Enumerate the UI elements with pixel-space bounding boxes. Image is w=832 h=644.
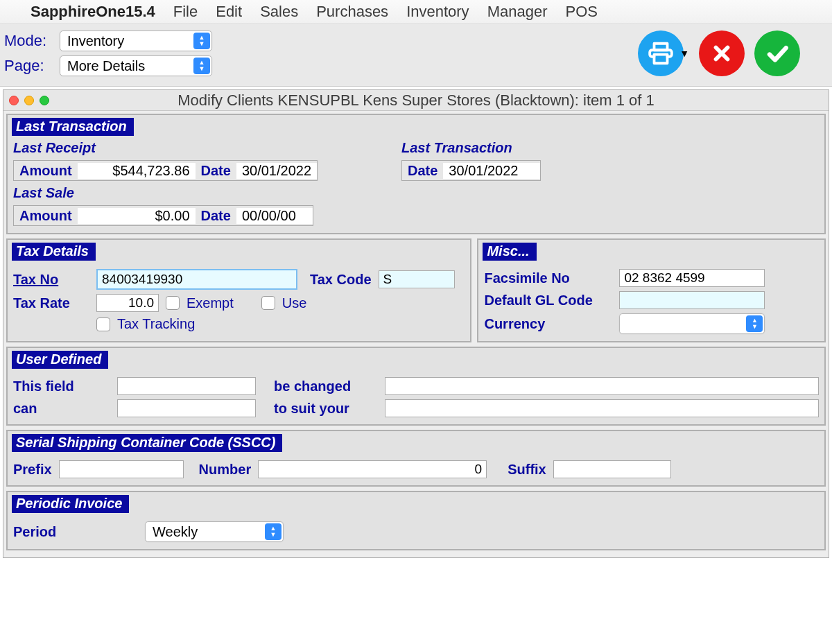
last-transaction-date-label: Date [402,163,443,179]
user-defined-panel: User Defined This field be changed can t… [6,347,826,426]
select-stepper-icon [265,523,281,540]
page-select-value: More Details [67,58,145,74]
sscc-prefix-input[interactable] [59,460,184,478]
use-checkbox[interactable] [261,296,275,310]
period-select[interactable]: Weekly [145,521,284,542]
tax-tracking-checkbox[interactable] [96,317,110,331]
window-titlebar[interactable]: Modify Clients KENSUPBL Kens Super Store… [3,90,829,111]
period-label: Period [13,524,138,540]
periodic-invoice-panel: Periodic Invoice Period Weekly [6,491,826,550]
periodic-invoice-header: Periodic Invoice [12,495,129,513]
sscc-panel: Serial Shipping Container Code (SSCC) Pr… [6,430,826,487]
app-toolbar: Mode: Inventory Page: More Details ▼ [0,24,832,87]
menu-sales[interactable]: Sales [260,3,298,21]
fax-input[interactable] [619,269,765,287]
mode-select-value: Inventory [67,33,124,49]
window-close-icon[interactable] [9,96,19,105]
close-icon [710,42,734,65]
receipt-amount-value: $544,723.86 [78,163,196,179]
sscc-header: Serial Shipping Container Code (SSCC) [12,434,282,452]
mode-label: Mode: [4,32,53,50]
print-button[interactable] [638,31,684,76]
tax-tracking-label: Tax Tracking [117,316,195,332]
menu-inventory[interactable]: Inventory [406,3,469,21]
menu-manager[interactable]: Manager [487,3,548,21]
last-transaction-header: Last Transaction [12,118,134,136]
last-receipt-amount-box: Amount $544,723.86 Date 30/01/2022 [13,160,318,181]
window-minimize-icon[interactable] [24,96,34,105]
last-transaction-date-box: Date 30/01/2022 [401,160,541,181]
gl-label: Default GL Code [484,293,612,308]
last-receipt-label: Last Receipt [13,140,374,156]
misc-panel: Misc... Facsimile No Default GL Code Cur… [477,238,826,342]
check-icon [764,40,790,67]
tax-code-input[interactable] [379,270,455,288]
ud-field2-label: be changed [274,378,378,394]
sale-amount-label: Amount [14,208,78,224]
last-transaction-panel: Last Transaction Last Receipt Amount $54… [6,114,826,234]
user-defined-header: User Defined [12,351,108,369]
sscc-number-label: Number [199,462,252,478]
ud-field3-input[interactable] [117,399,256,417]
menu-pos[interactable]: POS [565,3,597,21]
tax-rate-label: Tax Rate [13,295,89,311]
sscc-prefix-label: Prefix [13,462,52,478]
menu-file[interactable]: File [173,3,198,21]
system-menubar: SapphireOne15.4 File Edit Sales Purchase… [0,0,832,24]
tax-no-label[interactable]: Tax No [13,272,89,288]
exempt-label: Exempt [187,295,234,311]
last-sale-label: Last Sale [13,185,374,201]
window-title: Modify Clients KENSUPBL Kens Super Store… [3,92,829,110]
last-transaction-right-label: Last Transaction [401,140,541,156]
fax-label: Facsimile No [484,270,612,286]
receipt-date-value: 30/01/2022 [236,163,317,179]
sscc-number-input[interactable] [258,460,487,478]
exempt-checkbox[interactable] [166,296,180,310]
menu-edit[interactable]: Edit [216,3,242,21]
svg-rect-1 [655,55,668,64]
ud-field1-label: This field [13,378,110,394]
traffic-lights [9,96,49,105]
tax-code-label: Tax Code [310,272,372,288]
confirm-button[interactable] [754,31,800,76]
ud-field3-label: can [13,401,110,417]
use-label: Use [282,295,307,311]
select-stepper-icon [746,315,763,332]
receipt-amount-label: Amount [14,163,78,179]
tax-no-input[interactable] [96,269,297,290]
modify-clients-window: Modify Clients KENSUPBL Kens Super Store… [3,89,829,558]
sscc-suffix-input[interactable] [553,460,671,478]
tax-rate-input[interactable] [96,294,159,312]
currency-label: Currency [484,316,612,332]
cancel-button[interactable] [699,31,745,76]
select-stepper-icon [193,58,210,74]
last-sale-amount-box: Amount $0.00 Date 00/00/00 [13,205,313,226]
sscc-suffix-label: Suffix [508,462,546,478]
period-select-value: Weekly [153,524,198,540]
window-zoom-icon[interactable] [40,96,49,105]
sale-amount-value: $0.00 [78,208,196,224]
misc-header: Misc... [483,243,536,261]
last-transaction-date-value: 30/01/2022 [443,163,540,179]
app-name[interactable]: SapphireOne15.4 [31,3,155,21]
page-select[interactable]: More Details [60,55,212,76]
receipt-date-label: Date [196,163,236,179]
mode-select[interactable]: Inventory [60,31,212,51]
sale-date-value: 00/00/00 [236,208,313,224]
ud-field4-label: to suit your [274,401,378,417]
sale-date-label: Date [196,208,236,224]
ud-field2-input[interactable] [385,377,819,395]
tax-details-panel: Tax Details Tax No Tax Code Tax Rate Exe… [6,238,471,342]
tax-details-header: Tax Details [12,243,96,261]
ud-field1-input[interactable] [117,377,256,395]
currency-select[interactable] [619,313,765,334]
menu-purchases[interactable]: Purchases [316,3,388,21]
gl-input[interactable] [619,291,765,309]
page-label: Page: [4,57,53,75]
print-dropdown-caret-icon[interactable]: ▼ [679,48,689,59]
ud-field4-input[interactable] [385,399,819,417]
select-stepper-icon [193,33,210,49]
printer-icon [648,40,674,67]
